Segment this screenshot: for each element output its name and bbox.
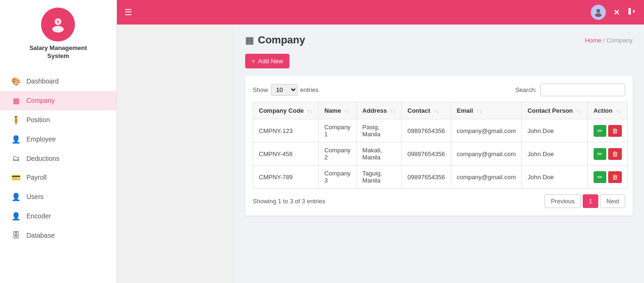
- sidebar-item-label: Payroll: [26, 174, 47, 181]
- table-row: CMPNY-123 Company 1 Pasig, Manila 098976…: [253, 119, 628, 142]
- previous-button[interactable]: Previous: [545, 194, 581, 208]
- add-icon: +: [252, 58, 256, 65]
- encoder-icon: 👤: [11, 212, 21, 221]
- th-address: Address ↑↓: [356, 102, 402, 119]
- sort-icon[interactable]: ↑↓: [307, 108, 313, 114]
- cell-action: ✏ 🗑: [587, 119, 627, 142]
- breadcrumb-current: Company: [606, 37, 633, 44]
- cell-contact-person: John Doe: [521, 119, 587, 142]
- svg-text:$: $: [57, 19, 59, 24]
- show-label: Show: [253, 86, 268, 93]
- logout-icon[interactable]: [627, 7, 636, 18]
- sidebar-item-position[interactable]: 🧍 Position: [0, 110, 116, 130]
- sort-icon[interactable]: ↑↓: [616, 108, 621, 114]
- sidebar-item-label: Company: [26, 97, 55, 104]
- pagination: Previous 1 Next: [545, 194, 625, 208]
- entries-select[interactable]: 10 25 50 100: [271, 84, 297, 96]
- table-body: CMPNY-123 Company 1 Pasig, Manila 098976…: [253, 119, 628, 189]
- sort-icon[interactable]: ↑↓: [577, 108, 582, 114]
- page-header: ▦ Company Home / Company: [245, 34, 633, 46]
- th-company-code: Company Code ↑↓: [253, 102, 319, 119]
- search-input[interactable]: [540, 83, 625, 96]
- logo-icon: $: [41, 8, 75, 42]
- table-card: Show 10 25 50 100 entries Search: Compan…: [245, 76, 633, 216]
- page-title-icon: ▦: [245, 34, 254, 46]
- deductions-icon: 🗂: [11, 154, 21, 163]
- add-new-button[interactable]: + Add New: [245, 54, 289, 68]
- cell-contact-person: John Doe: [521, 166, 587, 189]
- add-new-label: Add New: [258, 58, 283, 65]
- cell-contact: 09897654356: [402, 119, 451, 142]
- cell-address: Pasig, Manila: [356, 119, 402, 142]
- sidebar-item-employee[interactable]: 👤 Employee: [0, 130, 116, 149]
- sort-icon[interactable]: ↑↓: [390, 108, 396, 114]
- company-table: Company Code ↑↓ Name ↑↓ Address ↑↓ Conta…: [253, 102, 628, 189]
- delete-button[interactable]: 🗑: [608, 125, 622, 137]
- th-email: Email ↑↓: [451, 102, 521, 119]
- sidebar-item-encoder[interactable]: 👤 Encoder: [0, 207, 116, 226]
- hamburger-button[interactable]: ☰: [124, 7, 132, 17]
- users-icon: 👤: [11, 192, 21, 201]
- page-1-button[interactable]: 1: [583, 194, 598, 208]
- cell-action: ✏ 🗑: [587, 142, 627, 166]
- sidebar-item-company[interactable]: ▦ Company: [0, 91, 116, 110]
- svg-point-1: [52, 26, 64, 33]
- show-entries: Show 10 25 50 100 entries: [253, 84, 319, 96]
- cell-contact-person: John Doe: [521, 142, 587, 166]
- fullscreen-icon[interactable]: ✕: [613, 8, 619, 17]
- sort-icon[interactable]: ↑↓: [345, 108, 350, 114]
- topbar-right: ✕: [591, 5, 636, 20]
- sidebar-item-label: Position: [26, 116, 50, 124]
- sidebar-item-deductions[interactable]: 🗂 Deductions: [0, 149, 116, 168]
- cell-address: Makati, Manila: [356, 142, 402, 166]
- showing-text: Showing 1 to 3 of 3 entries: [253, 198, 325, 205]
- sidebar-item-users[interactable]: 👤 Users: [0, 187, 116, 207]
- cell-email: company@gmail.com: [451, 119, 521, 142]
- sidebar-item-payroll[interactable]: 💳 Payroll: [0, 168, 116, 187]
- database-icon: 🗄: [11, 231, 21, 240]
- cell-name: Company 3: [318, 166, 356, 189]
- table-row: CMPNY-456 Company 2 Makati, Manila 09897…: [253, 142, 628, 166]
- breadcrumb-home[interactable]: Home: [585, 37, 602, 44]
- edit-button[interactable]: ✏: [594, 148, 606, 160]
- position-icon: 🧍: [11, 116, 21, 125]
- logo-container: $ Salary ManagementSystem: [29, 8, 87, 60]
- th-name: Name ↑↓: [318, 102, 356, 119]
- sidebar-item-label: Database: [26, 232, 55, 239]
- sort-icon[interactable]: ↑↓: [434, 108, 439, 114]
- sidebar-item-label: Dashboard: [26, 77, 59, 85]
- table-row: CMPNY-789 Company 3 Taguig, Manila 09897…: [253, 166, 628, 189]
- edit-button[interactable]: ✏: [594, 125, 606, 137]
- sidebar-item-label: Encoder: [26, 212, 51, 220]
- cell-company-code: CMPNY-789: [253, 166, 319, 189]
- sort-icon[interactable]: ↑↓: [477, 108, 482, 114]
- sidebar-item-database[interactable]: 🗄 Database: [0, 226, 116, 245]
- payroll-icon: 💳: [11, 173, 21, 182]
- cell-contact: 09897654356: [402, 142, 451, 166]
- dashboard-icon: 🎨: [11, 77, 21, 86]
- breadcrumb-separator: /: [603, 37, 605, 44]
- th-contact: Contact ↑↓: [402, 102, 451, 119]
- main-content: ▦ Company Home / Company + Add New Show …: [234, 25, 644, 283]
- sidebar: $ Salary ManagementSystem 🎨 Dashboard ▦ …: [0, 0, 117, 283]
- table-footer: Showing 1 to 3 of 3 entries Previous 1 N…: [253, 194, 625, 208]
- cell-name: Company 1: [318, 119, 356, 142]
- entries-label: entries: [300, 86, 319, 93]
- cell-company-code: CMPNY-123: [253, 119, 319, 142]
- cell-contact: 09897654356: [402, 166, 451, 189]
- nav-items: 🎨 Dashboard ▦ Company 🧍 Position 👤 Emplo…: [0, 72, 116, 245]
- avatar[interactable]: [591, 5, 606, 20]
- svg-point-4: [595, 13, 602, 17]
- table-head: Company Code ↑↓ Name ↑↓ Address ↑↓ Conta…: [253, 102, 628, 119]
- sidebar-item-dashboard[interactable]: 🎨 Dashboard: [0, 72, 116, 91]
- cell-address: Taguig, Manila: [356, 166, 402, 189]
- svg-point-3: [596, 9, 600, 13]
- delete-button[interactable]: 🗑: [608, 148, 622, 160]
- breadcrumb: Home / Company: [585, 37, 633, 44]
- edit-button[interactable]: ✏: [594, 171, 606, 183]
- next-button[interactable]: Next: [600, 194, 625, 208]
- employee-icon: 👤: [11, 135, 21, 144]
- delete-button[interactable]: 🗑: [608, 171, 622, 183]
- th-action: Action ↑↓: [587, 102, 627, 119]
- table-header-row: Company Code ↑↓ Name ↑↓ Address ↑↓ Conta…: [253, 102, 628, 119]
